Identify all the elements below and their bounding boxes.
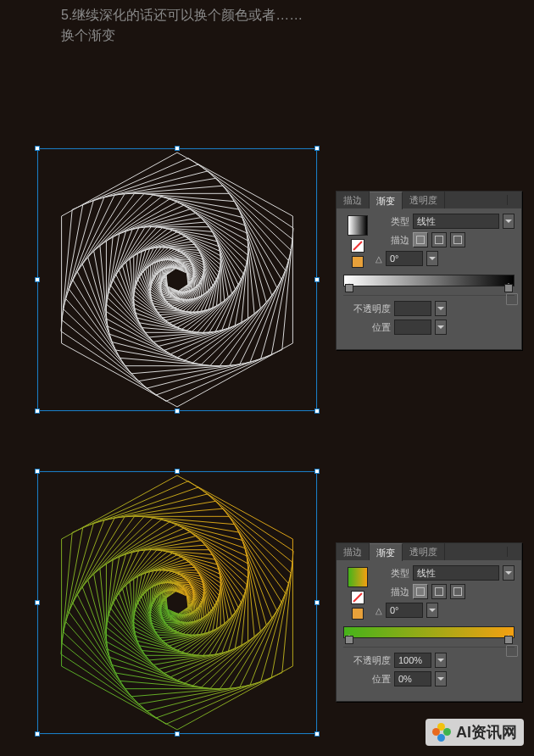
location-dropdown-arrow[interactable]: [435, 320, 447, 335]
stroke-across-icon[interactable]: [450, 232, 465, 247]
type-dropdown[interactable]: 线性: [413, 214, 499, 229]
stroke-across-icon[interactable]: [450, 584, 465, 599]
stroke-along-icon[interactable]: [431, 584, 447, 599]
stroke-label: 描边: [375, 234, 409, 247]
svg-marker-12: [106, 202, 248, 358]
svg-marker-61: [61, 481, 293, 725]
tab-gradient[interactable]: 渐变: [370, 192, 403, 209]
artboard-selection-2[interactable]: [37, 471, 317, 734]
angle-field[interactable]: 0°: [386, 251, 423, 266]
svg-marker-1: [61, 158, 293, 402]
hexagon-spiral-white: [37, 148, 317, 411]
tab-transparency[interactable]: 透明度: [403, 192, 445, 208]
svg-marker-66: [73, 516, 282, 688]
gradient-slider[interactable]: [343, 275, 515, 286]
type-label: 类型: [375, 215, 409, 228]
gradient-panel-2: 描边 渐变 透明度 类型 线性 描边: [336, 542, 522, 702]
flower-icon: [432, 723, 451, 742]
gradient-stop-left[interactable]: [345, 636, 353, 644]
location-label: 位置: [343, 673, 391, 686]
type-label: 类型: [375, 567, 409, 580]
angle-field[interactable]: 0°: [386, 603, 423, 618]
panel-tabs: 描边 渐变 透明度: [337, 192, 521, 208]
location-field[interactable]: [394, 320, 431, 335]
svg-marker-18: [113, 227, 241, 333]
fill-none-swatch[interactable]: [351, 239, 364, 253]
fill-none-swatch[interactable]: [351, 591, 364, 604]
angle-icon: △: [375, 254, 382, 264]
type-dropdown[interactable]: 线性: [413, 565, 499, 581]
reverse-gradient-icon[interactable]: [352, 256, 364, 268]
svg-marker-72: [106, 525, 248, 681]
tab-gradient[interactable]: 渐变: [370, 543, 403, 561]
watermark-text: AI资讯网: [456, 722, 517, 742]
gradient-stop-right[interactable]: [504, 284, 513, 292]
stroke-within-icon[interactable]: [413, 584, 428, 599]
opacity-field[interactable]: [394, 301, 431, 316]
heading-line-1: 5.继续深化的话还可以换个颜色或者……: [61, 8, 303, 22]
svg-marker-60: [62, 475, 293, 730]
svg-marker-78: [113, 550, 241, 656]
delete-stop-icon[interactable]: [506, 293, 518, 305]
swatch-column: [343, 567, 372, 620]
type-dropdown-arrow[interactable]: [503, 214, 515, 229]
hexagon-spiral-gradient: [37, 471, 317, 734]
location-field[interactable]: 0%: [394, 671, 431, 687]
svg-marker-7: [77, 193, 277, 366]
opacity-field[interactable]: 100%: [394, 653, 431, 668]
stroke-label: 描边: [375, 586, 409, 598]
tab-stroke[interactable]: 描边: [337, 543, 370, 560]
type-dropdown-arrow[interactable]: [503, 565, 515, 581]
reverse-gradient-icon[interactable]: [352, 608, 364, 620]
stroke-along-icon[interactable]: [431, 232, 447, 247]
panel-tabs: 描边 渐变 透明度: [337, 543, 521, 560]
svg-marker-67: [77, 516, 277, 689]
watermark-logo: AI资讯网: [426, 719, 524, 746]
location-dropdown-arrow[interactable]: [435, 671, 447, 687]
opacity-label: 不透明度: [343, 303, 391, 315]
gradient-swatch[interactable]: [348, 215, 368, 236]
location-label: 位置: [343, 321, 391, 334]
gradient-stop-right[interactable]: [504, 636, 513, 644]
artboard-selection-1[interactable]: [37, 148, 317, 411]
angle-dropdown-arrow[interactable]: [426, 603, 438, 618]
svg-marker-0: [62, 153, 293, 407]
tab-stroke[interactable]: 描边: [337, 192, 370, 208]
tab-transparency[interactable]: 透明度: [403, 543, 445, 560]
gradient-swatch[interactable]: [348, 567, 368, 587]
delete-stop-icon[interactable]: [506, 645, 518, 657]
swatch-column: [343, 215, 372, 268]
stroke-within-icon[interactable]: [413, 232, 428, 247]
tutorial-heading: 5.继续深化的话还可以换个颜色或者…… 换个渐变: [61, 5, 303, 46]
opacity-dropdown-arrow[interactable]: [435, 301, 447, 316]
opacity-dropdown-arrow[interactable]: [435, 653, 447, 668]
gradient-panel-1: 描边 渐变 透明度 类型 线性 描边: [336, 191, 522, 350]
angle-icon: △: [375, 606, 382, 615]
svg-marker-6: [73, 193, 282, 365]
heading-line-2: 换个渐变: [61, 28, 115, 42]
angle-dropdown-arrow[interactable]: [426, 251, 438, 266]
gradient-slider[interactable]: [343, 626, 515, 638]
opacity-label: 不透明度: [343, 654, 391, 667]
gradient-stop-left[interactable]: [345, 284, 353, 292]
